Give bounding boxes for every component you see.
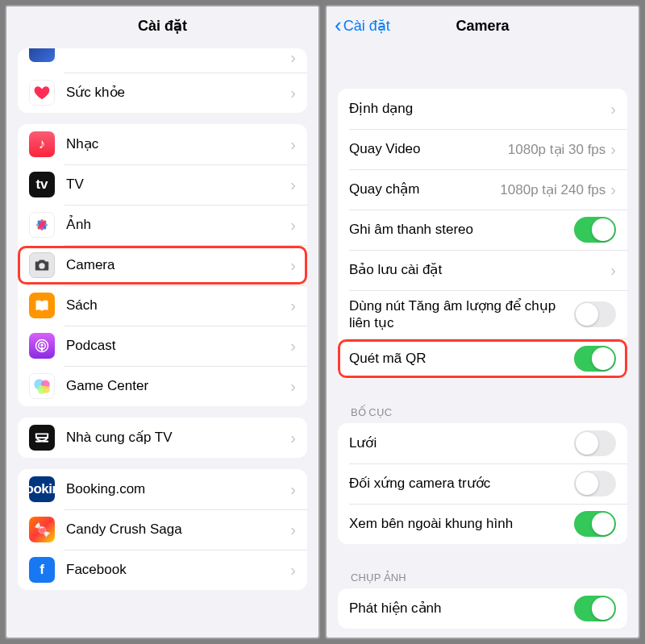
books-icon — [29, 293, 55, 318]
camera-view-outside-frame[interactable]: Xem bên ngoài khung hình — [338, 504, 627, 544]
toggle-grid[interactable] — [574, 430, 616, 456]
camera-format[interactable]: Định dạng › — [338, 89, 627, 129]
row-detail: 1080p tại 30 fps — [508, 141, 606, 158]
group-third-party: Booking Booking.com › 🍬 Candy Crush Saga… — [18, 469, 307, 590]
camera-scan-qr[interactable]: Quét mã QR — [338, 339, 627, 379]
camera-volume-burst[interactable]: Dùng nút Tăng âm lượng để chụp liên tục — [338, 290, 627, 339]
settings-item-label: Nhạc — [66, 135, 290, 152]
tvprovider-icon — [29, 425, 55, 451]
camera-icon — [29, 252, 55, 278]
chevron-icon: › — [610, 101, 616, 117]
chevron-icon: › — [290, 562, 296, 578]
podcast-icon — [29, 333, 55, 359]
chevron-icon: › — [290, 177, 296, 193]
svg-point-14 — [43, 386, 50, 393]
chevron-icon: › — [290, 338, 296, 354]
navbar-right: ‹ Cài đặt Camera — [327, 6, 639, 45]
settings-item-candycrush[interactable]: 🍬 Candy Crush Saga › — [18, 509, 307, 550]
toggle-burst[interactable] — [574, 301, 616, 327]
nav-title: Camera — [456, 18, 509, 35]
row-label: Xem bên ngoài khung hình — [349, 515, 574, 532]
settings-item-tv[interactable]: tv TV › — [18, 164, 307, 205]
settings-item-label: Ảnh — [66, 216, 290, 233]
health-icon — [29, 80, 55, 106]
row-label: Quay Video — [349, 140, 508, 157]
back-button[interactable]: ‹ Cài đặt — [335, 17, 390, 35]
row-label: Đối xứng camera trước — [349, 475, 574, 492]
row-label: Quay chậm — [349, 181, 500, 197]
settings-item-label: Podcast — [66, 337, 290, 354]
group-camera-main: Định dạng › Quay Video 1080p tại 30 fps … — [338, 89, 627, 379]
music-icon: ♪ — [29, 131, 55, 157]
chevron-icon: › — [290, 257, 296, 273]
nav-title: Cài đặt — [138, 17, 187, 35]
settings-item-label: Camera — [66, 256, 290, 273]
row-label: Dùng nút Tăng âm lượng để chụp liên tục — [349, 297, 574, 332]
toggle-qr[interactable] — [574, 346, 616, 372]
booking-icon: Booking — [29, 476, 55, 502]
row-label: Ghi âm thanh stereo — [349, 221, 574, 238]
camera-stereo[interactable]: Ghi âm thanh stereo — [338, 210, 627, 250]
toggle-stereo[interactable] — [574, 217, 616, 243]
svg-point-10 — [40, 344, 43, 347]
row-label: Quét mã QR — [349, 350, 574, 367]
candycrush-icon: 🍬 — [29, 517, 55, 542]
section-header-layout: BỐ CỤC — [338, 390, 627, 423]
settings-item-booking[interactable]: Booking Booking.com › — [18, 469, 307, 509]
row-label: Định dạng — [349, 100, 610, 117]
row-detail: 1080p tại 240 fps — [500, 181, 605, 198]
back-label: Cài đặt — [343, 17, 390, 35]
group-camera-capture: Phát hiện cảnh — [338, 588, 627, 629]
settings-item-label: Facebook — [66, 561, 290, 578]
settings-item-label: Game Center — [66, 377, 290, 394]
settings-item-photos[interactable]: Ảnh › — [18, 205, 307, 245]
chevron-icon: › — [290, 217, 296, 233]
chevron-icon: › — [290, 49, 296, 65]
group-camera-layout: Lưới Đối xứng camera trước Xem bên ngoài… — [338, 423, 627, 544]
camera-mirror-front[interactable]: Đối xứng camera trước — [338, 463, 627, 504]
camera-scene-detection[interactable]: Phát hiện cảnh — [338, 588, 627, 629]
chevron-icon: › — [290, 85, 296, 101]
settings-item-books[interactable]: Sách › — [18, 285, 307, 326]
camera-record-video[interactable]: Quay Video 1080p tại 30 fps › — [338, 129, 627, 169]
toggle-mirror[interactable] — [574, 471, 616, 497]
chevron-icon: › — [290, 430, 296, 446]
camera-slomo[interactable]: Quay chậm 1080p tại 240 fps › — [338, 169, 627, 210]
settings-item-label: Sức khỏe — [66, 84, 290, 101]
toggle-scene[interactable] — [574, 596, 616, 621]
chevron-icon: › — [290, 297, 296, 314]
camera-preserve-settings[interactable]: Bảo lưu cài đặt › — [338, 250, 627, 290]
settings-root-scroll[interactable]: › Sức khỏe › ♪ Nhạc › tv T — [6, 45, 318, 638]
chevron-icon: › — [610, 181, 616, 197]
settings-item-facebook[interactable]: f Facebook › — [18, 550, 307, 590]
settings-root-panel: Cài đặt › Sức khỏe › ♪ — [5, 5, 320, 639]
settings-item-gamecenter[interactable]: Game Center › — [18, 366, 307, 406]
settings-item-podcast[interactable]: Podcast › — [18, 326, 307, 366]
facebook-icon: f — [29, 557, 55, 583]
chevron-icon: › — [610, 262, 616, 278]
settings-camera-scroll[interactable]: Định dạng › Quay Video 1080p tại 30 fps … — [327, 45, 639, 638]
navbar-left: Cài đặt — [6, 6, 318, 45]
settings-item-label: Sách — [66, 297, 290, 314]
settings-item-label: Booking.com — [66, 480, 290, 497]
group-media: ♪ Nhạc › tv TV › — [18, 124, 307, 406]
settings-item-music[interactable]: ♪ Nhạc › — [18, 124, 307, 164]
chevron-icon: › — [290, 481, 296, 497]
settings-camera-panel: ‹ Cài đặt Camera Định dạng › Quay Video … — [325, 5, 640, 639]
chevron-icon: › — [290, 136, 296, 152]
section-header-capture: CHỤP ẢNH — [338, 555, 627, 588]
settings-item-camera[interactable]: Camera › — [18, 245, 307, 285]
settings-item-tvprovider[interactable]: Nhà cung cấp TV › — [18, 418, 307, 458]
settings-item-label: TV — [66, 176, 290, 193]
chevron-icon: › — [290, 521, 296, 538]
toggle-outside[interactable] — [574, 511, 616, 537]
settings-item-label: Candy Crush Saga — [66, 521, 290, 538]
settings-item-health[interactable]: Sức khỏe › — [18, 73, 307, 113]
gamecenter-icon — [29, 373, 55, 399]
settings-item-shortcuts-partial[interactable]: › — [18, 48, 307, 73]
chevron-icon: › — [610, 141, 616, 157]
camera-grid[interactable]: Lưới — [338, 423, 627, 463]
chevron-left-icon: ‹ — [335, 15, 342, 35]
group-partial-top: › Sức khỏe › — [18, 48, 307, 113]
group-tvprovider: Nhà cung cấp TV › — [18, 418, 307, 458]
